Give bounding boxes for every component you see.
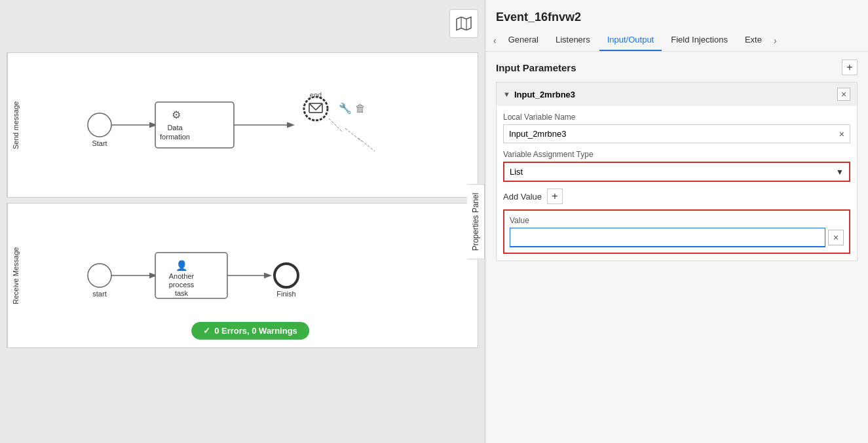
input-item-body: Local Variable Name × Variable Assignmen… <box>497 106 857 260</box>
input-parameters-title: Input Parameters <box>496 62 576 73</box>
svg-line-16 <box>345 128 362 141</box>
input-parameters-header: Input Parameters + <box>496 60 858 75</box>
status-bar: ✓ 0 Errors, 0 Warnings <box>191 322 309 340</box>
svg-text:Another: Another <box>169 272 195 280</box>
add-value-button[interactable]: + <box>547 188 563 204</box>
local-variable-label: Local Variable Name <box>503 113 850 122</box>
lane-receive-message: Receive Message start 👤 Another process … <box>7 203 478 348</box>
svg-line-15 <box>329 118 342 132</box>
panel-body: Input Parameters + ▼ Input_2mrbne3 × Loc… <box>485 52 868 443</box>
assignment-type-select[interactable]: List String Expression Map Script <box>504 163 849 181</box>
svg-text:🗑: 🗑 <box>355 103 366 114</box>
input-item-name: Input_2mrbne3 <box>514 90 575 99</box>
value-section: Value × <box>503 209 850 254</box>
panel-tabs: ‹ General Listeners Input/Output Field I… <box>485 29 868 52</box>
tab-right-arrow[interactable]: › <box>771 33 780 48</box>
local-variable-group: Local Variable Name × <box>503 113 850 143</box>
svg-point-27 <box>274 264 298 287</box>
local-variable-clear-button[interactable]: × <box>834 129 850 139</box>
svg-text:formation: formation <box>160 133 190 141</box>
svg-line-17 <box>358 138 375 151</box>
lane-content-receive-message: start 👤 Another process task Finish <box>23 204 478 347</box>
add-input-parameter-button[interactable]: + <box>842 60 858 75</box>
properties-panel: Event_16fnvw2 ‹ General Listeners Input/… <box>485 0 868 443</box>
local-variable-input[interactable] <box>504 125 834 143</box>
value-input-row: × <box>510 228 844 247</box>
properties-panel-tab[interactable]: Properties Panel <box>467 184 485 259</box>
lane-label-send-message: Send message <box>7 53 23 197</box>
svg-point-18 <box>88 264 111 287</box>
svg-text:👤: 👤 <box>176 260 188 272</box>
assignment-type-group: Variable Assignment Type List String Exp… <box>503 150 850 182</box>
tab-input-output[interactable]: Input/Output <box>599 29 662 51</box>
svg-text:Data: Data <box>167 124 183 132</box>
svg-text:🔧: 🔧 <box>339 102 352 115</box>
svg-point-2 <box>88 113 111 137</box>
tab-extensions[interactable]: Exte <box>737 29 770 51</box>
tab-left-arrow[interactable]: ‹ <box>491 33 499 48</box>
panel-title: Event_16fnvw2 <box>485 0 868 29</box>
svg-text:Start: Start <box>92 139 107 147</box>
svg-text:Finish: Finish <box>276 290 295 298</box>
assignment-type-select-wrapper: List String Expression Map Script ▼ <box>503 162 850 182</box>
lane-send-message: Send message Start ⚙ Data formation <box>7 52 478 198</box>
canvas-area: Properties Panel Send message Start ⚙ Da… <box>0 0 485 443</box>
assignment-type-label: Variable Assignment Type <box>503 150 850 159</box>
add-value-row: Add Value + <box>503 188 850 204</box>
tab-field-injections[interactable]: Field Injections <box>663 29 736 51</box>
map-icon-button[interactable] <box>449 9 478 38</box>
svg-text:⚙: ⚙ <box>172 109 181 120</box>
status-check-icon: ✓ <box>203 326 210 336</box>
local-variable-input-wrapper: × <box>503 124 850 143</box>
lanes-container: Send message Start ⚙ Data formation <box>0 46 485 443</box>
input-item-header: ▼ Input_2mrbne3 × <box>497 82 857 106</box>
value-label: Value <box>510 216 844 225</box>
lane-label-receive-message: Receive Message <box>7 204 23 347</box>
status-text: 0 Errors, 0 Warnings <box>214 326 297 336</box>
chevron-down-icon: ▼ <box>503 90 510 98</box>
lane-content-send-message: Start ⚙ Data formation end <box>23 53 478 197</box>
svg-text:process: process <box>169 281 195 289</box>
input-item-toggle[interactable]: ▼ Input_2mrbne3 <box>503 90 575 99</box>
add-value-label: Add Value <box>503 192 542 202</box>
input-item: ▼ Input_2mrbne3 × Local Variable Name × … <box>496 82 858 261</box>
remove-input-button[interactable]: × <box>837 88 850 101</box>
tab-general[interactable]: General <box>500 29 546 51</box>
value-input[interactable] <box>510 228 825 247</box>
svg-text:task: task <box>175 289 189 297</box>
value-remove-button[interactable]: × <box>828 230 844 245</box>
svg-text:start: start <box>92 290 106 298</box>
tab-listeners[interactable]: Listeners <box>548 29 598 51</box>
